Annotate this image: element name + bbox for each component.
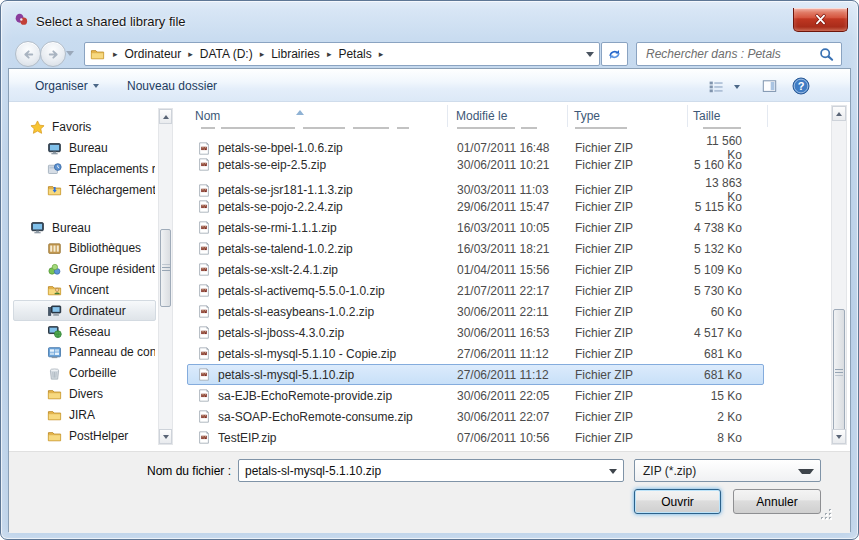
navigation-pane: FavorisBureauEmplacements réTéléchargeme… — [9, 117, 159, 446]
views-button[interactable] — [707, 76, 740, 96]
scroll-up-button[interactable] — [832, 106, 846, 121]
file-size: 8 Ko — [689, 431, 765, 445]
file-row-sa-soap-echoremote-consume-zip[interactable]: sa-SOAP-EchoRemote-consume.zip30/06/2011… — [187, 406, 764, 427]
close-button[interactable] — [793, 8, 848, 32]
resize-grip[interactable] — [821, 509, 833, 521]
sidebar-item-telechargements[interactable]: Téléchargements — [13, 179, 156, 200]
filename-label: Nom du fichier : — [129, 464, 231, 478]
file-row-petals-sl-jboss-4-3-0-zip[interactable]: petals-sl-jboss-4.3.0.zip30/06/2011 16:5… — [187, 322, 764, 343]
sidebar-item-divers[interactable]: Divers — [13, 384, 156, 405]
magnifier-icon[interactable] — [819, 47, 834, 62]
sidebar-item-ordinateur[interactable]: Ordinateur — [13, 300, 156, 321]
file-size: 5 730 Ko — [689, 284, 765, 298]
file-row-petals-sl-easybeans-1-0-2-zip[interactable]: petals-sl-easybeans-1.0.2.zip30/06/2011 … — [187, 301, 764, 322]
file-list-pane: Nom Modifié le Type Taille petals-se-bpe… — [186, 102, 850, 451]
file-size: 5 115 Ko — [689, 200, 765, 214]
file-row-sa-ejb-echoremote-provide-zip[interactable]: sa-EJB-EchoRemote-provide.zip30/06/2011 … — [187, 385, 764, 406]
sidebar-scrollbar[interactable] — [158, 108, 173, 445]
sidebar-item-label: Ordinateur — [69, 304, 126, 318]
scroll-down-button[interactable] — [832, 429, 846, 444]
list-scrollbar-thumb[interactable] — [833, 309, 845, 434]
column-header-size[interactable]: Taille — [688, 105, 768, 127]
clipped-row[interactable] — [187, 126, 764, 130]
sidebar-item-label: PostHelper — [69, 429, 128, 443]
chevron-down-icon[interactable] — [609, 469, 617, 478]
sidebar-item-corbeille[interactable]: Corbeille — [13, 363, 156, 384]
sidebar-group-bureau[interactable]: Bureau — [9, 217, 159, 238]
sidebar-scrollbar-thumb[interactable] — [160, 229, 171, 307]
sidebar-group-label: Favoris — [52, 120, 91, 134]
title-bar[interactable]: Select a shared library file — [0, 0, 859, 36]
computer-icon — [47, 303, 62, 318]
filename-input[interactable] — [239, 463, 607, 479]
organize-button[interactable]: Organiser — [28, 75, 106, 96]
recent-pages-chevron[interactable] — [66, 51, 74, 60]
list-scrollbar[interactable] — [831, 105, 847, 445]
zip-file-icon — [197, 157, 211, 172]
scroll-down-button[interactable] — [159, 429, 172, 444]
chevron-down-icon — [93, 84, 99, 91]
search-input[interactable] — [637, 47, 819, 61]
new-folder-button[interactable]: Nouveau dossier — [120, 75, 224, 96]
file-name: petals-se-bpel-1.0.6.zip — [188, 141, 449, 156]
file-row-petals-se-rmi-1-1-1-zip[interactable]: petals-se-rmi-1.1.1.zip16/03/2011 10:05F… — [187, 217, 764, 238]
column-header-type[interactable]: Type — [568, 105, 688, 127]
breadcrumb-item-data-d[interactable]: DATA (D:) — [200, 47, 253, 61]
file-row-petals-sl-mysql-5-1-10-copie-zip[interactable]: petals-sl-mysql-5.1.10 - Copie.zip27/06/… — [187, 343, 764, 364]
file-type: Fichier ZIP — [569, 263, 689, 277]
file-row-petals-se-bpel-1-0-6-zip[interactable]: petals-se-bpel-1.0.6.zip01/07/2011 16:48… — [187, 133, 764, 154]
sidebar-item-groupe-residenti[interactable]: Groupe résidenti — [13, 259, 156, 280]
file-row-petals-se-talend-1-0-2-zip[interactable]: petals-se-talend-1.0.2.zip16/03/2011 18:… — [187, 238, 764, 259]
chevron-down-icon — [734, 85, 740, 92]
column-header-modified[interactable]: Modifié le — [448, 105, 568, 127]
file-name: petals-se-xslt-2.4.1.zip — [188, 262, 449, 277]
file-type: Fichier ZIP — [569, 158, 689, 172]
sidebar-item-bureau[interactable]: Bureau — [13, 138, 156, 159]
sidebar-item-vincent[interactable]: Vincent — [13, 280, 156, 301]
file-name: sa-SOAP-EchoRemote-consume.zip — [188, 409, 449, 424]
breadcrumb-item-ordinateur[interactable]: Ordinateur — [125, 47, 182, 61]
sidebar-item-label: Divers — [69, 387, 103, 401]
file-row-petals-se-jsr181-1-1-3-zip[interactable]: petals-se-jsr181-1.1.3.zip30/03/2011 11:… — [187, 175, 764, 196]
file-name-label: petals-se-xslt-2.4.1.zip — [218, 263, 338, 277]
file-modified: 30/06/2011 16:53 — [449, 326, 569, 340]
address-bar[interactable]: ▸Ordinateur▸DATA (D:)▸Librairies▸Petals▸ — [84, 42, 600, 66]
back-button[interactable] — [15, 41, 41, 67]
file-row-testeip-zip[interactable]: TestEIP.zip07/06/2011 10:56Fichier ZIP8 … — [187, 427, 764, 448]
file-name-label: petals-sl-mysql-5.1.10 - Copie.zip — [218, 347, 396, 361]
help-button[interactable]: ? — [792, 76, 810, 96]
triangle-down-icon — [163, 435, 169, 442]
filename-combobox[interactable] — [238, 459, 624, 482]
sidebar-group-favoris[interactable]: Favoris — [9, 117, 159, 138]
address-dropdown-icon[interactable] — [586, 52, 594, 61]
sidebar-item-panneau-de-conf[interactable]: Panneau de conf — [13, 342, 156, 363]
sidebar-item-jira[interactable]: JIRA — [13, 404, 156, 425]
sidebar-item-posthelper[interactable]: PostHelper — [13, 425, 156, 446]
folder-icon — [47, 407, 62, 422]
file-row-petals-se-pojo-2-2-4-zip[interactable]: petals-se-pojo-2.2.4.zip29/06/2011 15:47… — [187, 196, 764, 217]
open-button[interactable]: Ouvrir — [634, 489, 721, 514]
breadcrumb-item-petals[interactable]: Petals — [338, 47, 371, 61]
file-modified: 30/06/2011 22:07 — [449, 410, 569, 424]
file-row-petals-sl-activemq-5-5-0-1-0-zip[interactable]: petals-sl-activemq-5.5.0-1.0.zip21/07/20… — [187, 280, 764, 301]
sidebar-item-reseau[interactable]: Réseau — [13, 321, 156, 342]
file-size: 15 Ko — [689, 389, 765, 403]
sidebar-item-bibliotheques[interactable]: Bibliothèques — [13, 238, 156, 259]
cancel-button[interactable]: Annuler — [733, 489, 821, 514]
refresh-button[interactable] — [601, 42, 628, 66]
file-row-petals-se-eip-2-5-zip[interactable]: petals-se-eip-2.5.zip30/06/2011 10:21Fic… — [187, 154, 764, 175]
file-row-petals-se-xslt-2-4-1-zip[interactable]: petals-se-xslt-2.4.1.zip01/04/2011 15:56… — [187, 259, 764, 280]
sidebar-item-emplacements-re[interactable]: Emplacements ré — [13, 159, 156, 180]
zip-file-icon — [197, 199, 211, 214]
file-size: 4 517 Ko — [689, 326, 765, 340]
scroll-up-button[interactable] — [159, 109, 172, 124]
file-modified: 27/06/2011 11:12 — [449, 368, 569, 382]
filetype-combobox[interactable]: ZIP (*.zip) — [634, 459, 821, 482]
recent-places-icon — [47, 161, 62, 176]
preview-pane-button[interactable] — [761, 76, 778, 96]
column-header-name[interactable]: Nom — [187, 105, 448, 127]
breadcrumb-item-librairies[interactable]: Librairies — [271, 47, 320, 61]
forward-button[interactable] — [40, 41, 66, 67]
zip-file-icon — [197, 262, 211, 277]
file-row-petals-sl-mysql-5-1-10-zip[interactable]: petals-sl-mysql-5.1.10.zip27/06/2011 11:… — [187, 364, 764, 385]
